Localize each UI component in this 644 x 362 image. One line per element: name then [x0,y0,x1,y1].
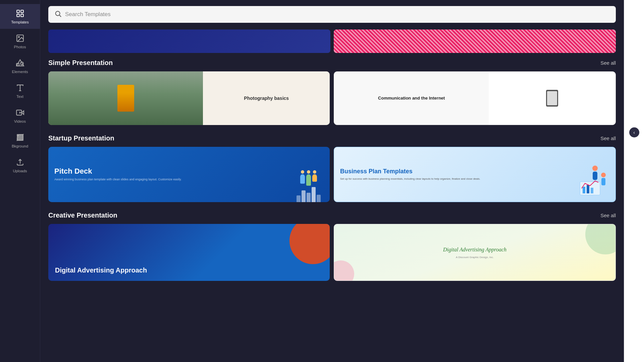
sidebar-item-label: Videos [14,119,26,123]
comm-device-icon [546,90,558,107]
template-card-digital-blue[interactable]: Digital Advertising Approach [48,224,330,281]
sidebar-item-label: Templates [11,20,29,24]
top-partial-cards [48,29,616,53]
digital-light-card-subtitle: A Discount Graphic Design, Inc. [443,256,506,259]
search-icon [54,10,62,19]
search-input[interactable] [65,11,610,18]
section-title: Simple Presentation [48,59,113,67]
svg-rect-21 [591,188,593,193]
svg-rect-0 [17,10,19,13]
see-all-simple-button[interactable]: See all [600,60,616,66]
photo-right-panel: Photography basics [203,71,330,125]
sidebar: Templates Photos Elements [0,0,40,362]
svg-rect-1 [21,10,23,13]
svg-point-12 [56,11,60,16]
svg-rect-19 [583,187,585,193]
svg-rect-15 [593,172,597,180]
digital-light-blob1 [585,224,616,254]
shapes-icon [15,58,25,68]
digital-light-blob2 [334,260,354,281]
see-all-startup-button[interactable]: See all [600,135,616,141]
pitch-text-block: Pitch Deck Award winning business plan t… [54,167,181,182]
see-all-creative-button[interactable]: See all [600,213,616,218]
svg-line-13 [59,15,61,17]
section-header: Creative Presentation See all [48,212,616,219]
cards-row-simple: Photography basics Communication and the… [48,71,616,125]
sidebar-item-text[interactable]: Text [0,78,40,103]
partial-card-blue[interactable] [48,29,330,53]
bplan-illustration [573,158,613,202]
right-panel: ‹ [624,0,644,362]
svg-rect-2 [17,14,19,17]
svg-rect-17 [601,178,605,185]
main-panel: Simple Presentation See all Photography … [40,0,624,362]
search-bar [48,6,616,23]
section-title: Creative Presentation [48,212,117,219]
svg-marker-10 [19,112,21,114]
sidebar-item-label: Text [16,95,23,99]
section-header: Startup Presentation See all [48,134,616,142]
search-bar-container [40,0,624,26]
grid-icon [15,9,25,18]
sidebar-item-label: Elements [12,70,28,74]
template-card-businessplan[interactable]: Business Plan Templates Set up for succe… [334,147,616,202]
cards-row-startup: Pitch Deck Award winning business plan t… [48,147,616,202]
comm-left-panel: Communication and the Internet [334,72,489,125]
photo-figure [117,85,134,112]
digital-blue-circle [289,224,330,264]
svg-point-5 [18,37,19,38]
pitchdeck-card-subtitle: Award winning business plan template wit… [54,177,181,182]
sidebar-item-label: Bkground [12,144,28,148]
svg-point-16 [601,173,606,177]
section-title: Startup Presentation [48,134,114,142]
sidebar-item-background[interactable]: Bkground [0,128,40,153]
partial-card-pink[interactable] [334,29,616,53]
collapse-panel-button[interactable]: ‹ [629,127,639,137]
digital-light-card-title: Digital Advertising Approach [443,246,506,253]
communication-card-title: Communication and the Internet [378,96,445,101]
digital-blue-card-title: Digital Advertising Approach [55,266,147,274]
content-scroll: Simple Presentation See all Photography … [40,26,624,362]
businessplan-card-title: Business Plan Templates [340,168,480,175]
comm-right-panel [489,72,615,125]
section-startup-presentation: Startup Presentation See all Pitch Deck … [48,134,616,202]
photography-card-title: Photography basics [244,96,289,101]
section-creative-presentation: Creative Presentation See all Digital Ad… [48,212,616,281]
svg-rect-20 [587,185,589,193]
sidebar-item-elements[interactable]: Elements [0,54,40,78]
text-icon [15,83,25,93]
sidebar-item-photos[interactable]: Photos [0,29,40,54]
template-card-communication[interactable]: Communication and the Internet [334,71,616,125]
video-icon [15,108,25,117]
photo-icon [15,34,25,43]
cards-row-creative: Digital Advertising Approach Digital Adv… [48,224,616,281]
sidebar-item-videos[interactable]: Videos [0,103,40,128]
svg-rect-3 [21,14,23,17]
template-card-digital-light[interactable]: Digital Advertising Approach A Discount … [334,224,616,281]
section-simple-presentation: Simple Presentation See all Photography … [48,59,616,125]
svg-point-14 [592,166,598,171]
sidebar-item-uploads[interactable]: Uploads [0,153,40,178]
pitch-illustration [290,162,327,202]
section-header: Simple Presentation See all [48,59,616,67]
sidebar-item-label: Photos [14,45,26,49]
template-card-photography[interactable]: Photography basics [48,71,330,125]
sidebar-item-templates[interactable]: Templates [0,4,40,29]
sidebar-item-label: Uploads [13,169,27,173]
upload-icon [15,158,25,167]
bplan-text-block: Business Plan Templates Set up for succe… [340,168,480,181]
template-card-pitchdeck[interactable]: Pitch Deck Award winning business plan t… [48,147,330,202]
chevron-left-icon: ‹ [633,130,635,135]
background-icon [15,133,25,142]
pitchdeck-card-title: Pitch Deck [54,167,181,175]
businessplan-card-subtitle: Set up for success with business plannin… [340,177,480,181]
photo-left-panel [48,71,203,125]
